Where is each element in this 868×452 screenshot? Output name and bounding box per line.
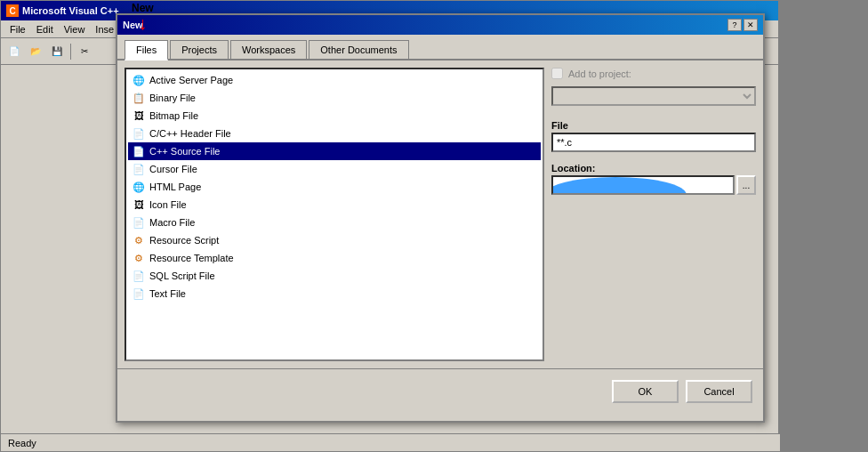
list-item[interactable]: 📄 SQL Script File	[128, 267, 541, 285]
list-item[interactable]: 🌐 HTML Page	[128, 178, 541, 196]
app-icon: C	[6, 4, 19, 17]
file-item-label: C++ Source File	[149, 146, 220, 157]
help-button[interactable]: ?	[727, 19, 742, 31]
file-item-label: Cursor File	[149, 164, 197, 174]
list-item-selected[interactable]: 📄 C++ Source File ←	[128, 142, 541, 160]
file-item-label: C/C++ Header File	[149, 128, 231, 139]
res-icon: ⚙	[132, 233, 146, 247]
new-dialog: New ? ✕ Files Projects Workspaces Other …	[116, 13, 765, 423]
list-item[interactable]: ⚙ Resource Template	[128, 249, 541, 267]
right-panel: Add to project: File Location: ...	[551, 68, 756, 361]
list-item[interactable]: 📄 Cursor File	[128, 160, 541, 178]
list-item[interactable]: 📄 Macro File	[128, 214, 541, 231]
toolbar-save[interactable]: 💾	[47, 42, 67, 61]
file-input[interactable]	[551, 133, 756, 152]
list-item[interactable]: 🖼 Bitmap File	[128, 107, 541, 125]
toolbar-new[interactable]: 📄	[4, 42, 24, 61]
file-item-label: SQL Script File	[149, 270, 215, 281]
cpp-icon: 📄	[132, 144, 146, 158]
file-item-label: Active Server Page	[149, 75, 233, 85]
file-item-label: Bitmap File	[149, 110, 198, 121]
toolbar-sep1	[70, 44, 71, 60]
file-item-label: Resource Script	[149, 235, 219, 246]
html-icon: 🌐	[132, 180, 146, 194]
mac-icon: 📄	[132, 215, 146, 230]
file-field-label: File	[551, 120, 756, 131]
statusbar-text: Ready	[8, 438, 36, 448]
ico-icon: 🖼	[132, 198, 146, 212]
dialog-titlebar: New ? ✕	[117, 15, 763, 35]
dialog-body: 🌐 Active Server Page 📋 Binary File 🖼 Bit…	[117, 61, 763, 368]
add-to-project-label: Add to project:	[568, 69, 631, 79]
toolbar-open[interactable]: 📂	[26, 42, 45, 61]
titlebar-buttons: ? ✕	[727, 19, 758, 31]
new-arrow-icon: ↓	[138, 14, 147, 32]
statusbar: Ready	[1, 433, 780, 451]
new-annotation: New ↓	[132, 2, 154, 32]
location-field-group: Location: ...	[551, 163, 756, 195]
file-item-label: Text File	[149, 288, 186, 299]
tab-projects[interactable]: Projects	[170, 40, 229, 59]
bmp-icon: 🖼	[132, 109, 146, 123]
file-item-label: Macro File	[149, 217, 195, 228]
list-item[interactable]: ⚙ Resource Script	[128, 231, 541, 249]
cur-icon: 📄	[132, 162, 146, 176]
file-item-label: Resource Template	[149, 253, 234, 263]
add-to-project-checkbox[interactable]	[551, 68, 563, 79]
project-dropdown[interactable]	[551, 86, 756, 106]
add-to-project-row: Add to project:	[551, 68, 756, 79]
browse-button[interactable]: ...	[736, 175, 756, 195]
location-input[interactable]	[551, 175, 735, 195]
file-list-panel[interactable]: 🌐 Active Server Page 📋 Binary File 🖼 Bit…	[125, 68, 544, 361]
file-item-label: Icon File	[149, 199, 187, 210]
location-label: Location:	[551, 163, 756, 174]
list-item[interactable]: 🖼 Icon File	[128, 196, 541, 214]
rct-icon: ⚙	[132, 251, 146, 265]
list-item[interactable]: 📋 Binary File	[128, 89, 541, 107]
list-item[interactable]: 🌐 Active Server Page	[128, 71, 541, 89]
tab-files[interactable]: Files	[125, 40, 168, 61]
sql-icon: 📄	[132, 269, 146, 283]
dialog-footer: OK Cancel	[117, 368, 763, 413]
location-row: ...	[551, 175, 756, 195]
app-title: Microsoft Visual C++	[22, 5, 119, 16]
h-icon: 📄	[132, 126, 146, 141]
file-item-label: Binary File	[149, 93, 196, 103]
close-button[interactable]: ✕	[743, 19, 758, 31]
bin-icon: 📋	[132, 91, 146, 105]
menu-file[interactable]: File	[4, 22, 31, 36]
list-item[interactable]: 📄 C/C++ Header File	[128, 125, 541, 142]
cancel-button[interactable]: Cancel	[686, 380, 752, 403]
file-field-group: File	[551, 120, 756, 152]
menu-view[interactable]: View	[59, 22, 91, 36]
file-item-label: HTML Page	[149, 182, 201, 192]
list-item[interactable]: 📄 Text File	[128, 285, 541, 303]
tab-workspaces[interactable]: Workspaces	[230, 40, 307, 59]
txt-icon: 📄	[132, 287, 146, 301]
ok-button[interactable]: OK	[612, 380, 679, 403]
toolbar-cut[interactable]: ✂	[75, 42, 94, 61]
asp-icon: 🌐	[132, 73, 146, 87]
tab-bar: Files Projects Workspaces Other Document…	[117, 35, 763, 61]
new-label: New	[132, 2, 154, 14]
menu-edit[interactable]: Edit	[31, 22, 59, 36]
tab-other-documents[interactable]: Other Documents	[309, 40, 408, 59]
blue-ellipse-annotation	[551, 177, 687, 195]
